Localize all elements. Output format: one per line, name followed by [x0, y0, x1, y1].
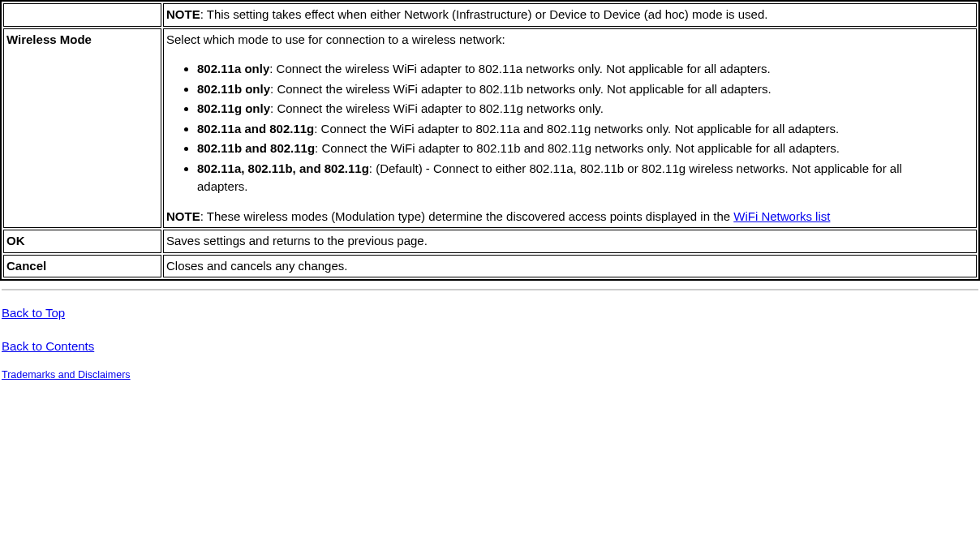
list-item: 802.11g only: Connect the wireless WiFi …	[197, 100, 974, 118]
table-row: Wireless Mode Select which mode to use f…	[3, 28, 977, 229]
list-item: 802.11b only: Connect the wireless WiFi …	[197, 80, 974, 99]
list-item-lead: 802.11g only	[197, 101, 270, 115]
table-row: Cancel Closes and cancels any changes.	[3, 255, 977, 278]
wireless-mode-note: NOTE: These wireless modes (Modulation t…	[166, 208, 974, 226]
list-item: 802.11a, 802.11b, and 802.11g: (Default)…	[197, 160, 974, 196]
list-item-lead: 802.11b only	[197, 82, 270, 96]
wireless-mode-intro: Select which mode to use for connection …	[166, 31, 974, 49]
table-row: NOTE: This setting takes effect when eit…	[3, 3, 977, 27]
list-item-lead: 802.11b and 802.11g	[197, 141, 315, 155]
cell-desc-cancel: Closes and cancels any changes.	[163, 255, 977, 278]
list-item-lead: 802.11a only	[197, 62, 269, 75]
footer-links: Back to Top Back to Contents Trademarks …	[0, 299, 980, 384]
divider	[2, 289, 978, 291]
list-item-rest: : Connect the wireless WiFi adapter to 8…	[270, 82, 772, 96]
wireless-mode-list: 802.11a only: Connect the wireless WiFi …	[197, 60, 974, 196]
list-item-lead: 802.11a, 802.11b, and 802.11g	[197, 161, 369, 175]
cell-desc-note-mode: NOTE: This setting takes effect when eit…	[163, 3, 977, 27]
back-to-contents-link[interactable]: Back to Contents	[2, 338, 94, 356]
list-item-rest: : Connect the WiFi adapter to 802.11a an…	[314, 122, 839, 135]
list-item-lead: 802.11a and 802.11g	[197, 122, 314, 135]
cell-label-ok: OK	[3, 230, 161, 253]
cell-label-cancel: Cancel	[3, 255, 161, 278]
list-item: 802.11a and 802.11g: Connect the WiFi ad…	[197, 120, 974, 139]
list-item-rest: : Connect the wireless WiFi adapter to 8…	[270, 101, 604, 115]
cell-label-wireless-mode: Wireless Mode	[3, 28, 161, 229]
list-item: 802.11b and 802.11g: Connect the WiFi ad…	[197, 140, 974, 158]
note-lead: NOTE	[166, 209, 200, 223]
cell-desc-wireless-mode: Select which mode to use for connection …	[163, 28, 977, 229]
trademarks-link[interactable]: Trademarks and Disclaimers	[2, 368, 131, 383]
cell-desc-ok: Saves settings and returns to the previo…	[163, 230, 977, 253]
note-text: : These wireless modes (Modulation type)…	[200, 209, 734, 223]
list-item: 802.11a only: Connect the wireless WiFi …	[197, 60, 974, 79]
back-to-top-link[interactable]: Back to Top	[2, 304, 65, 323]
table-row: OK Saves settings and returns to the pre…	[3, 230, 977, 253]
list-item-rest: : Connect the WiFi adapter to 802.11b an…	[315, 141, 840, 155]
list-item-rest: : Connect the wireless WiFi adapter to 8…	[269, 62, 771, 75]
note-text: : This setting takes effect when either …	[200, 7, 768, 21]
wifi-networks-list-link[interactable]: WiFi Networks list	[733, 209, 830, 223]
settings-table: NOTE: This setting takes effect when eit…	[0, 0, 980, 281]
cell-label-empty	[3, 3, 161, 27]
note-lead: NOTE	[166, 7, 200, 21]
